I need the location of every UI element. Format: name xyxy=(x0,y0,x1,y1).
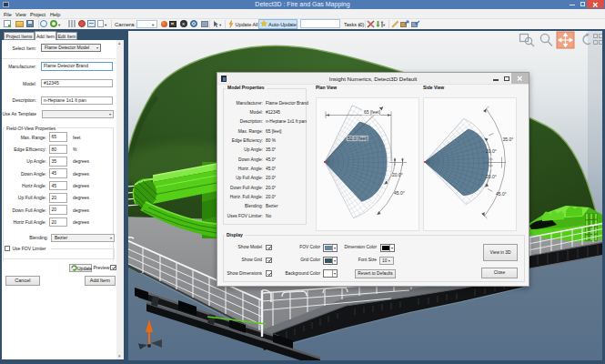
svg-text:45.0°: 45.0° xyxy=(394,190,405,196)
svg-text:65 [feet]: 65 [feet] xyxy=(364,109,381,115)
svg-text:35.0°: 35.0° xyxy=(503,136,514,142)
svg-text:52.0 [feet]: 52.0 [feet] xyxy=(348,136,368,141)
svg-text:20.0°: 20.0° xyxy=(392,172,403,177)
svg-text:45.0°: 45.0° xyxy=(496,191,507,197)
svg-text:20.0°: 20.0° xyxy=(486,174,497,179)
svg-text:20.0°: 20.0° xyxy=(486,148,497,154)
